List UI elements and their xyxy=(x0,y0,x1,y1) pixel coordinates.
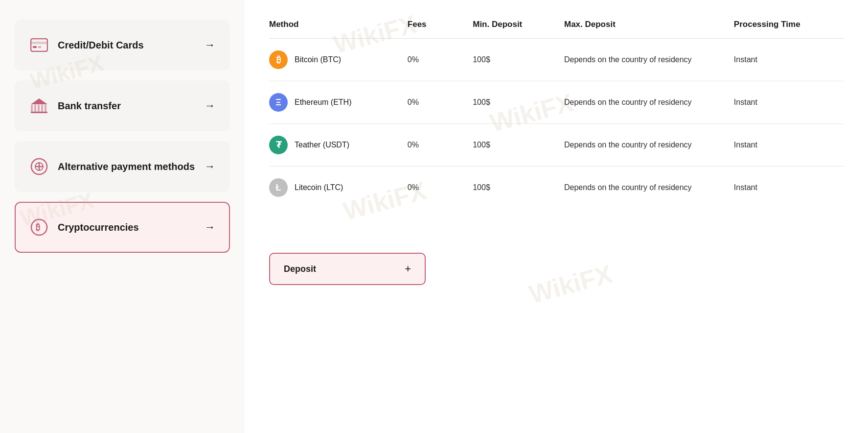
arrow-bank: → xyxy=(205,99,215,112)
menu-label-alt: Alternative payment methods xyxy=(58,161,195,172)
min-deposit-usdt: 100$ xyxy=(465,124,556,167)
min-deposit-eth: 100$ xyxy=(465,81,556,124)
deposit-plus-icon: + xyxy=(405,263,411,275)
method-cell-eth: Ξ Ethereum (ETH) xyxy=(269,81,400,124)
max-deposit-eth: Depends on the country of residency xyxy=(556,81,726,124)
processing-time-ltc: Instant xyxy=(726,167,844,209)
menu-item-left: Credit/Debit Cards xyxy=(29,35,144,55)
fees-btc: 0% xyxy=(400,39,465,81)
right-panel: WikiFX WikiFX WikiFX WikiFX Method Fees … xyxy=(245,0,868,433)
fees-usdt: 0% xyxy=(400,124,465,167)
btc-icon: ₿ xyxy=(269,50,288,69)
col-header-min-deposit: Min. Deposit xyxy=(465,20,556,39)
menu-label-credit: Credit/Debit Cards xyxy=(58,40,144,51)
svg-rect-6 xyxy=(34,105,36,112)
method-name-eth: Ethereum (ETH) xyxy=(295,98,351,107)
processing-time-eth: Instant xyxy=(726,81,844,124)
menu-item-bank-transfer[interactable]: Bank transfer → xyxy=(15,80,230,131)
col-header-fees: Fees xyxy=(400,20,465,39)
arrow-alt: → xyxy=(205,160,215,173)
circle-plus-icon xyxy=(29,157,49,176)
min-deposit-btc: 100$ xyxy=(465,39,556,81)
method-cell-ltc: Ł Litecoin (LTC) xyxy=(269,167,400,209)
max-deposit-ltc: Depends on the country of residency xyxy=(556,167,726,209)
col-header-method: Method xyxy=(269,20,400,39)
table-row: Ξ Ethereum (ETH) 0% 100$ Depends on the … xyxy=(269,81,844,124)
svg-rect-9 xyxy=(45,105,46,112)
menu-item-alternative[interactable]: Alternative payment methods → xyxy=(15,141,230,192)
menu-label-bank: Bank transfer xyxy=(58,100,121,112)
left-panel: WikiFX WikiFX Credit/Debit Cards → xyxy=(0,0,245,433)
menu-label-crypto: Cryptocurrencies xyxy=(58,222,139,233)
svg-rect-2 xyxy=(33,46,37,48)
processing-time-btc: Instant xyxy=(726,39,844,81)
svg-rect-8 xyxy=(41,105,43,112)
col-header-max-deposit: Max. Deposit xyxy=(556,20,726,39)
svg-rect-5 xyxy=(31,105,33,112)
max-deposit-usdt: Depends on the country of residency xyxy=(556,124,726,167)
bitcoin-icon: ₿ xyxy=(29,217,49,237)
svg-rect-4 xyxy=(31,112,47,113)
table-row: ₮ Teather (USDT) 0% 100$ Depends on the … xyxy=(269,124,844,167)
method-name-btc: Bitcoin (BTC) xyxy=(295,55,341,64)
method-cell-btc: ₿ Bitcoin (BTC) xyxy=(269,39,400,81)
svg-rect-1 xyxy=(31,42,47,44)
processing-time-usdt: Instant xyxy=(726,124,844,167)
arrow-credit: → xyxy=(205,39,215,51)
svg-marker-10 xyxy=(31,98,47,104)
svg-rect-0 xyxy=(31,39,47,51)
menu-item-cryptocurrencies[interactable]: ₿ Cryptocurrencies → xyxy=(15,202,230,253)
deposit-label: Deposit xyxy=(284,264,316,274)
card-icon xyxy=(29,35,49,55)
deposit-button[interactable]: Deposit + xyxy=(269,253,426,285)
payment-table-container: Method Fees Min. Deposit Max. Deposit Pr… xyxy=(269,20,844,285)
arrow-crypto: → xyxy=(205,221,215,234)
svg-rect-7 xyxy=(38,105,40,112)
menu-item-left-bank: Bank transfer xyxy=(29,96,121,116)
table-row: ₿ Bitcoin (BTC) 0% 100$ Depends on the c… xyxy=(269,39,844,81)
svg-rect-3 xyxy=(38,46,41,48)
menu-item-left-crypto: ₿ Cryptocurrencies xyxy=(29,217,139,237)
usdt-icon: ₮ xyxy=(269,136,288,154)
menu-item-credit-debit[interactable]: Credit/Debit Cards → xyxy=(15,20,230,71)
table-row: Ł Litecoin (LTC) 0% 100$ Depends on the … xyxy=(269,167,844,209)
fees-ltc: 0% xyxy=(400,167,465,209)
method-name-usdt: Teather (USDT) xyxy=(295,141,349,149)
method-name-ltc: Litecoin (LTC) xyxy=(295,183,343,192)
eth-icon: Ξ xyxy=(269,93,288,112)
bank-icon xyxy=(29,96,49,116)
method-cell-usdt: ₮ Teather (USDT) xyxy=(269,124,400,167)
max-deposit-btc: Depends on the country of residency xyxy=(556,39,726,81)
menu-item-left-alt: Alternative payment methods xyxy=(29,157,195,176)
svg-text:₿: ₿ xyxy=(36,222,40,232)
fees-eth: 0% xyxy=(400,81,465,124)
col-header-processing-time: Processing Time xyxy=(726,20,844,39)
payment-table: Method Fees Min. Deposit Max. Deposit Pr… xyxy=(269,20,844,209)
ltc-icon: Ł xyxy=(269,178,288,197)
min-deposit-ltc: 100$ xyxy=(465,167,556,209)
